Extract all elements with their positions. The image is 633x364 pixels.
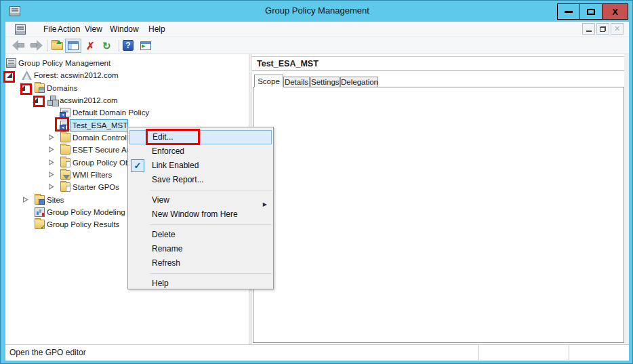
status-bar-divider [569, 345, 569, 360]
folder-doc-icon [60, 182, 70, 192]
help-button[interactable]: ? [123, 40, 134, 51]
folder-grid-icon [35, 195, 45, 205]
details-pane-top-border [251, 56, 624, 57]
group-policy-management-window: Group Policy Management X FileActionView… [0, 0, 633, 364]
tab-details[interactable]: Details [283, 77, 310, 87]
folder-blocks-icon [35, 83, 45, 93]
up-one-level-button[interactable] [52, 42, 63, 50]
mdi-minimize-icon [586, 31, 592, 32]
link-enabled-checkmark: ✓ [131, 159, 144, 172]
close-icon: X [612, 7, 618, 17]
toolbar: ✗ ↻ ? [5, 37, 629, 54]
mdi-minimize-button[interactable] [582, 23, 595, 35]
context-menu-item-save-report-[interactable]: Save Report... [128, 173, 273, 187]
context-menu-item-link-enabled[interactable]: Link Enabled [128, 159, 273, 173]
new-window-button[interactable] [138, 39, 153, 52]
console-icon [15, 24, 26, 35]
maximize-icon [587, 9, 595, 15]
annotation-box-acswin2012-arrow [33, 96, 45, 107]
gpo-icon [60, 108, 70, 117]
tree-item-starter-gpos[interactable]: Starter GPOs [73, 181, 119, 193]
forward-icon [37, 40, 43, 51]
title-bar[interactable]: Group Policy Management X [1, 1, 633, 22]
forward-button[interactable] [29, 41, 43, 50]
domain-icon [47, 96, 58, 105]
refresh-button[interactable]: ↻ [102, 40, 111, 52]
back-button[interactable] [12, 41, 26, 50]
menubar-item-help[interactable]: Help [148, 24, 165, 34]
menubar-item-view[interactable]: View [85, 24, 102, 34]
context-menu-separator [150, 224, 272, 225]
context-menu-item-delete[interactable]: Delete [128, 228, 273, 242]
gpo-title-divider [252, 70, 624, 71]
tree-item-domains[interactable]: Domains [47, 82, 77, 94]
minimize-button[interactable] [558, 4, 580, 19]
tab-scope[interactable]: Scope [254, 75, 283, 87]
context-menu-item-rename[interactable]: Rename [128, 242, 273, 256]
annotation-box-domains-arrow [20, 83, 32, 95]
status-bar-divider [478, 345, 479, 360]
delete-button[interactable]: ✗ [86, 40, 95, 52]
context-menu: Edit...EnforcedLink EnabledSave Report..… [127, 127, 274, 289]
menubar-item-action[interactable]: Action [58, 24, 80, 34]
context-menu-item-refresh[interactable]: Refresh [128, 256, 273, 270]
toolbar-separator [47, 40, 47, 52]
tab-settings[interactable]: Settings [310, 77, 340, 87]
folder-grid-overlay-icon [39, 199, 45, 205]
menubar-item-window[interactable]: Window [110, 24, 139, 34]
folder-doc-icon [60, 158, 70, 167]
tab-delegation[interactable]: Delegation [340, 77, 378, 87]
tree-item-test-esa-mst[interactable]: Test_ESA_MST [73, 119, 127, 132]
window-controls: X [557, 3, 628, 20]
folder-check-icon: ✓ [35, 220, 45, 229]
check-overlay-icon: ✓ [40, 224, 45, 230]
annotation-box-edit-item [146, 129, 200, 145]
minimize-icon [565, 11, 573, 13]
folder-funnel-icon [60, 170, 70, 180]
tree-item-acswin2012-com[interactable]: acswin2012.com [60, 94, 118, 106]
tree-item-sites[interactable]: Sites [47, 194, 64, 206]
mdi-window-controls: ✕ [582, 23, 624, 35]
folder-funnel-overlay-icon [63, 175, 70, 180]
context-menu-separator [150, 190, 272, 190]
tree-item-group-policy-results[interactable]: Group Policy Results [47, 218, 119, 230]
tree-item-group-policy-modeling[interactable]: Group Policy Modeling [47, 206, 125, 218]
tree-item-group-policy-management[interactable]: Group Policy Management [18, 57, 110, 69]
scope-tab-panel [253, 87, 624, 343]
console-tree-toggle-button[interactable] [65, 39, 81, 53]
status-bar [5, 344, 629, 361]
tree-item-forest-acswin2012-com[interactable]: Forest: acswin2012.com [34, 69, 119, 81]
folder-icon [60, 133, 70, 142]
context-menu-item-new-window-from-here[interactable]: New Window from Here [128, 207, 273, 222]
menubar-item-file[interactable]: File [43, 24, 56, 34]
mdi-close-button[interactable]: ✕ [611, 23, 624, 35]
tree-item-wmi-filters[interactable]: WMI Filters [73, 169, 112, 181]
status-text: Open the GPO editor [9, 348, 86, 357]
modeling-icon [35, 207, 45, 217]
folder-doc-overlay-icon [66, 161, 70, 167]
annotation-box-test-esa-mst-icon [55, 117, 69, 132]
menu-bar: FileActionViewWindowHelp ✕ [5, 22, 629, 37]
folder-icon [60, 145, 70, 155]
context-menu-item-view[interactable]: View▶ [128, 193, 273, 207]
context-menu-item-help[interactable]: Help [128, 277, 273, 291]
mdi-restore-button[interactable] [596, 23, 609, 35]
maximize-button[interactable] [580, 4, 603, 19]
new-window-icon [140, 41, 151, 50]
context-menu-separator [150, 273, 272, 274]
folder-blocks-overlay-icon [39, 87, 45, 93]
mdi-close-icon: ✕ [614, 24, 620, 33]
close-button[interactable]: X [603, 4, 628, 19]
toolbar-separator [119, 40, 119, 52]
tree-item-default-domain-policy[interactable]: Default Domain Policy [73, 106, 149, 119]
mdi-restore-icon [600, 26, 606, 32]
annotation-box-forest-arrow [3, 71, 15, 83]
console-tree-icon [68, 41, 79, 50]
context-menu-item-enforced[interactable]: Enforced [128, 144, 273, 159]
console-icon [6, 58, 16, 68]
gpo-title: Test_ESA_MST [257, 59, 319, 68]
window-title: Group Policy Management [1, 5, 633, 16]
folder-doc-overlay-icon [66, 186, 70, 192]
